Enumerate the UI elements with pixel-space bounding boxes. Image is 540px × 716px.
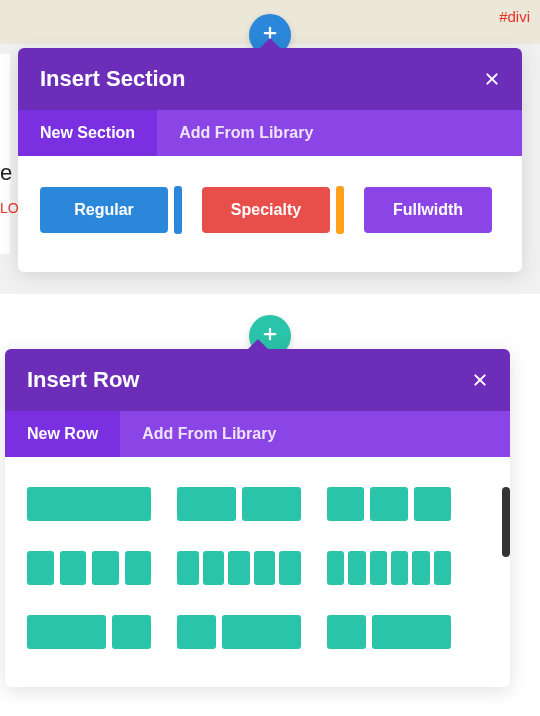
close-button[interactable]: [472, 372, 488, 388]
tab-new-row[interactable]: New Row: [5, 411, 120, 457]
row-body: [5, 457, 510, 687]
layout-5col[interactable]: [177, 551, 301, 585]
close-icon: [472, 374, 488, 391]
hash-label: #divi: [499, 8, 530, 25]
close-button[interactable]: [484, 71, 500, 87]
tab-add-from-library[interactable]: Add From Library: [157, 110, 335, 156]
layout-2-1[interactable]: [27, 615, 151, 649]
page-section-edge: [0, 54, 10, 254]
layout-2col[interactable]: [177, 487, 301, 521]
layout-1-2[interactable]: [177, 615, 301, 649]
panel-notch: [246, 339, 270, 351]
panel-title: Insert Row: [27, 367, 139, 393]
layout-1col[interactable]: [27, 487, 151, 521]
close-icon: [484, 73, 500, 90]
layout-6col[interactable]: [327, 551, 451, 585]
specialty-section-button[interactable]: Specialty: [202, 187, 330, 233]
panel-header: Insert Row: [5, 349, 510, 411]
section-body: Regular Specialty Fullwidth: [18, 156, 522, 272]
insert-row-panel: Insert Row New Row Add From Library: [5, 349, 510, 687]
tab-add-from-library[interactable]: Add From Library: [120, 411, 298, 457]
insert-section-panel: Insert Section New Section Add From Libr…: [18, 48, 522, 272]
layout-1-2b[interactable]: [327, 615, 451, 649]
layout-3col[interactable]: [327, 487, 451, 521]
section-tabs: New Section Add From Library: [18, 110, 522, 156]
panel-header: Insert Section: [18, 48, 522, 110]
fullwidth-section-button[interactable]: Fullwidth: [364, 187, 492, 233]
row-layout-scroll[interactable]: [27, 487, 488, 649]
regular-stripe: [174, 186, 182, 234]
row-layout-grid: [27, 487, 488, 649]
bg-char-lo: LO: [0, 200, 19, 216]
row-tabs: New Row Add From Library: [5, 411, 510, 457]
tab-new-section[interactable]: New Section: [18, 110, 157, 156]
panel-notch: [258, 38, 282, 50]
layout-4col[interactable]: [27, 551, 151, 585]
specialty-stripe: [336, 186, 344, 234]
panel-title: Insert Section: [40, 66, 185, 92]
section-type-buttons: Regular Specialty Fullwidth: [40, 186, 500, 234]
bg-char-e: e: [0, 160, 12, 186]
regular-section-button[interactable]: Regular: [40, 187, 168, 233]
